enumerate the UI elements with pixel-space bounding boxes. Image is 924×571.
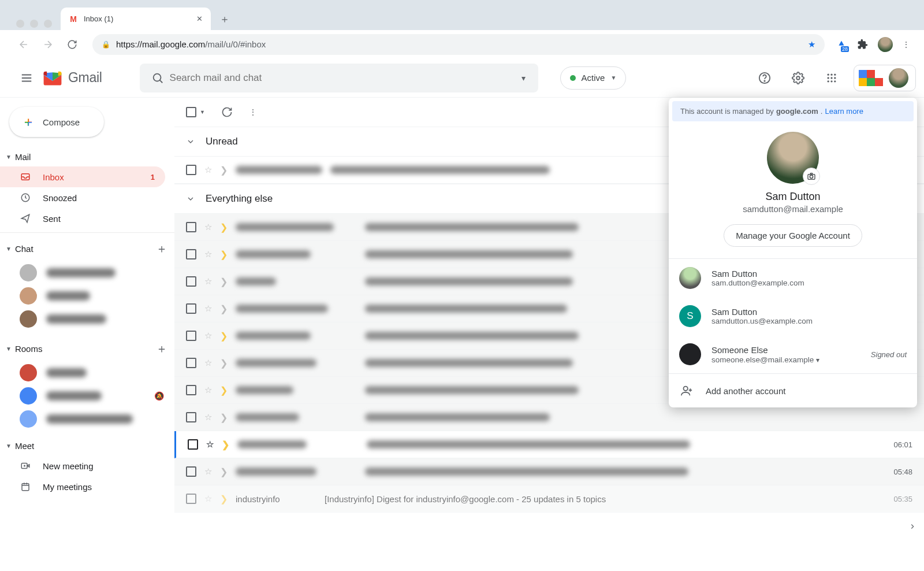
star-icon[interactable]: ☆ xyxy=(204,385,212,395)
extensions-menu-icon[interactable] xyxy=(857,39,869,50)
star-icon[interactable]: ☆ xyxy=(204,358,212,368)
chat-item[interactable] xyxy=(0,261,174,284)
row-checkbox[interactable] xyxy=(186,249,196,259)
sidebar-item-inbox[interactable]: Inbox 1 xyxy=(0,166,165,187)
manage-account-button[interactable]: Manage your Google Account xyxy=(724,224,862,247)
main-menu-button[interactable] xyxy=(13,64,40,92)
importance-icon[interactable]: ❯ xyxy=(220,494,228,505)
back-button[interactable] xyxy=(14,35,33,54)
switch-account-row[interactable]: Sam Dutton sam.dutton@example.com xyxy=(669,259,917,297)
gmail-favicon-icon: M xyxy=(69,14,78,24)
sidebar-section-mail[interactable]: ▼ Mail xyxy=(0,147,174,166)
row-checkbox[interactable] xyxy=(186,385,196,395)
compose-button[interactable]: ＋ Compose xyxy=(9,107,104,137)
row-checkbox[interactable] xyxy=(186,494,196,504)
room-item[interactable] xyxy=(0,361,174,384)
account-avatar-icon xyxy=(679,343,701,365)
row-checkbox[interactable] xyxy=(186,303,196,314)
row-checkbox[interactable] xyxy=(186,165,196,175)
person-add-icon xyxy=(680,384,693,397)
gmail-logo[interactable]: Gmail xyxy=(42,70,102,86)
star-icon[interactable]: ☆ xyxy=(204,222,212,232)
mail-row[interactable]: ☆ ❯ 06:01 xyxy=(174,431,924,458)
star-icon[interactable]: ☆ xyxy=(204,466,212,477)
sidebar: ＋ Compose ▼ Mail Inbox 1 Snoozed Sent ▼ … xyxy=(0,98,174,571)
star-icon[interactable]: ☆ xyxy=(204,412,212,422)
importance-icon[interactable]: ❯ xyxy=(220,358,228,369)
side-panel-toggle[interactable] xyxy=(900,514,924,539)
apps-grid-button[interactable] xyxy=(820,66,843,90)
importance-icon[interactable]: ❯ xyxy=(220,331,228,342)
room-item[interactable] xyxy=(0,407,174,431)
row-checkbox[interactable] xyxy=(186,276,196,287)
row-checkbox[interactable] xyxy=(186,358,196,368)
mail-row[interactable]: ☆❯ xyxy=(174,404,924,431)
importance-icon[interactable]: ❯ xyxy=(220,466,228,477)
window-buttons[interactable] xyxy=(16,20,52,28)
room-item[interactable]: 🔕 xyxy=(0,384,174,407)
browser-tab[interactable]: M Inbox (1) ✕ xyxy=(61,8,211,30)
extension-icon[interactable]: 28 xyxy=(835,38,848,51)
more-actions-button[interactable]: ⋮ xyxy=(249,107,257,117)
importance-icon[interactable]: ❯ xyxy=(220,412,228,423)
row-checkbox[interactable] xyxy=(186,331,196,341)
switch-account-row[interactable]: Someone Else someone.else@mail.example▾ … xyxy=(669,335,917,373)
row-checkbox[interactable] xyxy=(186,466,196,477)
switch-account-row[interactable]: S Sam Dutton samdutton.us@example.com xyxy=(669,297,917,335)
search-input[interactable] xyxy=(170,72,515,84)
star-icon[interactable]: ☆ xyxy=(204,494,212,504)
status-chip[interactable]: Active ▼ xyxy=(560,66,627,90)
select-menu-caret-icon[interactable]: ▼ xyxy=(200,109,205,115)
mail-subject: [Industryinfo] Digest for industryinfo@g… xyxy=(325,494,885,504)
importance-icon[interactable]: ❯ xyxy=(220,303,228,314)
star-icon[interactable]: ☆ xyxy=(206,439,214,450)
close-tab-icon[interactable]: ✕ xyxy=(196,14,203,23)
importance-icon[interactable]: ❯ xyxy=(220,249,228,260)
importance-icon[interactable]: ❯ xyxy=(220,276,228,287)
add-room-button[interactable]: ＋ xyxy=(156,341,167,357)
account-avatar[interactable] xyxy=(889,68,908,88)
sidebar-section-rooms[interactable]: ▼ Rooms ＋ xyxy=(0,336,174,361)
importance-icon[interactable]: ❯ xyxy=(222,439,229,450)
star-icon[interactable]: ☆ xyxy=(204,276,212,287)
settings-button[interactable] xyxy=(787,66,810,90)
browser-profile-avatar[interactable] xyxy=(878,37,893,52)
workspace-brand-switcher[interactable] xyxy=(854,65,916,91)
search-options-icon[interactable]: ▾ xyxy=(515,73,532,83)
star-icon[interactable]: ☆ xyxy=(204,165,212,175)
chat-item[interactable] xyxy=(0,284,174,307)
row-checkbox[interactable] xyxy=(186,222,196,232)
browser-menu-icon[interactable]: ⋮ xyxy=(902,40,910,49)
select-all-checkbox[interactable] xyxy=(186,107,196,117)
change-photo-button[interactable] xyxy=(803,168,820,185)
sidebar-item-sent[interactable]: Sent xyxy=(0,208,165,229)
sidebar-section-chat[interactable]: ▼ Chat ＋ xyxy=(0,236,174,261)
forward-button[interactable] xyxy=(38,35,58,54)
sidebar-item-new-meeting[interactable]: New meeting xyxy=(0,455,165,476)
new-tab-button[interactable]: ＋ xyxy=(217,11,233,27)
importance-icon[interactable]: ❯ xyxy=(220,222,228,233)
reload-button[interactable] xyxy=(62,35,82,54)
svg-point-7 xyxy=(828,77,829,79)
learn-more-link[interactable]: Learn more xyxy=(825,107,863,116)
importance-icon[interactable]: ❯ xyxy=(220,385,228,396)
star-icon[interactable]: ☆ xyxy=(204,249,212,259)
add-account-button[interactable]: Add another account xyxy=(669,373,917,407)
mail-row[interactable]: ☆ ❯ industryinfo [Industryinfo] Digest f… xyxy=(174,485,924,513)
address-bar[interactable]: 🔒 https://mail.google.com/mail/u/0/#inbo… xyxy=(92,34,825,55)
importance-icon[interactable]: ❯ xyxy=(220,165,228,176)
sidebar-item-my-meetings[interactable]: My meetings xyxy=(0,476,165,497)
support-button[interactable] xyxy=(753,66,776,90)
row-checkbox[interactable] xyxy=(186,412,196,422)
star-icon[interactable]: ☆ xyxy=(204,303,212,314)
search-bar[interactable]: ▾ xyxy=(140,64,538,92)
refresh-button[interactable] xyxy=(221,106,233,118)
sidebar-item-snoozed[interactable]: Snoozed xyxy=(0,187,165,208)
chat-item[interactable] xyxy=(0,307,174,331)
add-chat-button[interactable]: ＋ xyxy=(156,241,167,257)
star-icon[interactable]: ☆ xyxy=(204,331,212,341)
bookmark-star-icon[interactable]: ★ xyxy=(808,39,815,50)
sidebar-section-meet[interactable]: ▼ Meet xyxy=(0,436,174,455)
mail-row[interactable]: ☆ ❯ 05:48 xyxy=(174,458,924,485)
row-checkbox[interactable] xyxy=(188,439,198,450)
